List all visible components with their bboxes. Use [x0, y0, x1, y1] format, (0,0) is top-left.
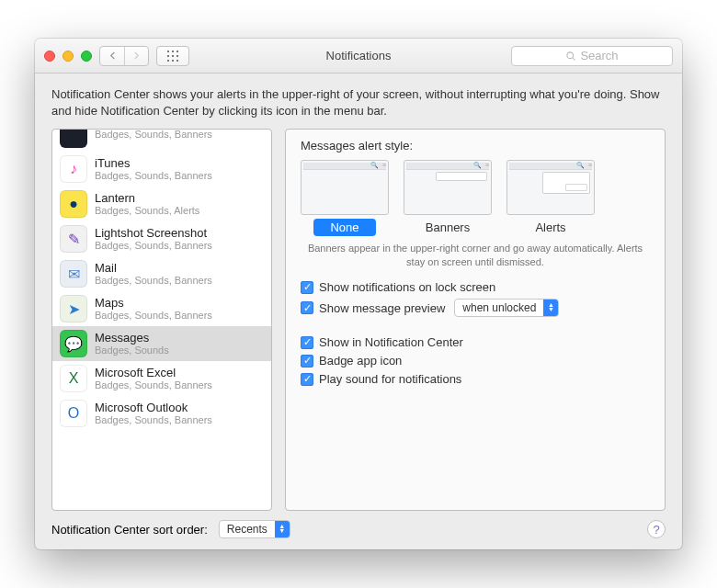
svg-rect-1	[172, 51, 174, 52]
svg-rect-8	[176, 60, 178, 62]
play-sound-label: Play sound for notifications	[319, 372, 461, 386]
app-item-name: Messages	[95, 332, 169, 345]
search-field[interactable]: Search	[511, 46, 673, 66]
app-item-messages[interactable]: 💬MessagesBadges, Sounds	[52, 326, 271, 361]
app-item-sub: Badges, Sounds, Banners	[95, 310, 212, 321]
lock-screen-label: Show notifications on lock screen	[319, 280, 495, 294]
app-item-sub: Badges, Sounds, Banners	[95, 130, 212, 140]
chevron-updown-icon: ▲▼	[543, 300, 558, 316]
app-item-sub: Badges, Sounds, Alerts	[95, 205, 199, 216]
message-preview-select[interactable]: when unlocked ▲▼	[454, 299, 559, 317]
alert-style-banners-thumb: 🔍≡	[404, 160, 492, 215]
app-item-name: Mail	[95, 262, 212, 275]
svg-point-9	[567, 51, 574, 58]
check-icon: ✓	[301, 373, 313, 386]
appstore-icon	[60, 130, 87, 148]
app-item-name: Maps	[95, 297, 212, 310]
footer: Notification Center sort order: Recents …	[51, 511, 666, 538]
itunes-icon: ♪	[60, 155, 87, 183]
alert-style-alerts[interactable]: 🔍≡ Alerts	[506, 160, 595, 236]
svg-rect-5	[176, 55, 178, 57]
svg-rect-0	[167, 51, 169, 52]
check-icon: ✓	[301, 301, 313, 314]
app-item-sub: Badges, Sounds, Banners	[95, 240, 212, 251]
panels: Badges, Sounds, Banners♪iTunesBadges, So…	[51, 129, 666, 511]
svg-line-10	[573, 57, 575, 60]
play-sound-checkbox[interactable]: ✓ Play sound for notifications	[301, 372, 650, 386]
app-list-container: Badges, Sounds, Banners♪iTunesBadges, So…	[51, 129, 272, 511]
app-item-name: Microsoft Excel	[95, 367, 212, 379]
app-item-mail[interactable]: ✉︎MailBadges, Sounds, Banners	[52, 256, 271, 291]
app-item-maps[interactable]: ➤MapsBadges, Sounds, Banners	[52, 291, 271, 326]
check-icon: ✓	[301, 355, 313, 368]
show-in-nc-checkbox[interactable]: ✓ Show in Notification Center	[301, 335, 650, 349]
content: Notification Center shows your alerts in…	[35, 74, 682, 549]
app-item-outlook[interactable]: OMicrosoft OutlookBadges, Sounds, Banner…	[52, 396, 271, 431]
alert-style-none-label: None	[313, 219, 375, 236]
alert-style-alerts-label: Alerts	[531, 219, 569, 236]
zoom-window-button[interactable]	[81, 51, 92, 62]
app-list[interactable]: Badges, Sounds, Banners♪iTunesBadges, So…	[52, 130, 271, 510]
svg-rect-2	[176, 51, 178, 52]
minimize-window-button[interactable]	[63, 51, 74, 62]
sort-order-label: Notification Center sort order:	[51, 523, 208, 537]
mail-icon: ✉︎	[60, 260, 87, 288]
app-item-appstore[interactable]: Badges, Sounds, Banners	[52, 130, 271, 152]
sort-order-select[interactable]: Recents ▲▼	[219, 520, 290, 538]
svg-rect-6	[167, 60, 169, 62]
show-in-nc-label: Show in Notification Center	[319, 335, 463, 349]
badge-app-icon-label: Badge app icon	[319, 354, 402, 368]
detail-panel: Messages alert style: 🔍≡ None 🔍≡ Banners…	[285, 129, 666, 511]
chevron-updown-icon: ▲▼	[275, 521, 290, 537]
app-item-name: Microsoft Outlook	[95, 401, 212, 414]
lock-screen-checkbox[interactable]: ✓ Show notifications on lock screen	[301, 280, 650, 294]
excel-icon: X	[60, 365, 87, 392]
app-item-lantern[interactable]: ●LanternBadges, Sounds, Alerts	[52, 187, 271, 221]
app-item-sub: Badges, Sounds, Banners	[95, 275, 212, 286]
preferences-window: Notifications Search Notification Center…	[35, 39, 682, 549]
close-window-button[interactable]	[44, 51, 55, 62]
search-icon	[565, 51, 576, 62]
back-button[interactable]	[100, 47, 124, 65]
description-text: Notification Center shows your alerts in…	[51, 86, 666, 119]
alert-style-subnote: Banners appear in the upper-right corner…	[301, 242, 650, 269]
app-item-name: Lantern	[95, 192, 199, 205]
app-item-sub: Badges, Sounds, Banners	[95, 170, 212, 181]
nav-back-forward	[99, 46, 149, 66]
alert-style-banners[interactable]: 🔍≡ Banners	[404, 160, 492, 236]
app-item-sub: Badges, Sounds, Banners	[95, 379, 212, 390]
messages-icon: 💬	[60, 330, 87, 357]
lantern-icon: ●	[60, 190, 87, 218]
sort-order-value: Recents	[220, 523, 275, 536]
alert-style-none[interactable]: 🔍≡ None	[301, 160, 389, 236]
app-item-itunes[interactable]: ♪iTunesBadges, Sounds, Banners	[52, 152, 271, 187]
show-all-button[interactable]	[156, 46, 189, 66]
search-placeholder: Search	[580, 49, 618, 62]
checkbox-group: ✓ Show notifications on lock screen ✓ Sh…	[301, 280, 650, 386]
check-icon: ✓	[301, 281, 313, 294]
alert-style-none-thumb: 🔍≡	[301, 160, 389, 215]
message-preview-value: when unlocked	[455, 301, 543, 314]
forward-button[interactable]	[124, 47, 148, 65]
app-item-excel[interactable]: XMicrosoft ExcelBadges, Sounds, Banners	[52, 361, 271, 396]
message-preview-checkbox[interactable]: ✓ Show message preview when unlocked ▲▼	[301, 299, 650, 317]
alert-style-heading: Messages alert style:	[301, 139, 650, 153]
app-item-sub: Badges, Sounds	[95, 345, 169, 356]
alert-style-banners-label: Banners	[422, 219, 473, 236]
check-icon: ✓	[301, 336, 313, 349]
badge-app-icon-checkbox[interactable]: ✓ Badge app icon	[301, 354, 650, 368]
window-controls	[44, 51, 92, 62]
app-item-sub: Badges, Sounds, Banners	[95, 414, 212, 425]
maps-icon: ➤	[60, 295, 87, 322]
message-preview-label: Show message preview	[319, 301, 445, 315]
svg-rect-7	[172, 60, 174, 62]
outlook-icon: O	[60, 400, 87, 427]
alert-style-alerts-thumb: 🔍≡	[506, 160, 595, 215]
app-item-lightshot[interactable]: ✎Lightshot ScreenshotBadges, Sounds, Ban…	[52, 221, 271, 256]
svg-rect-4	[172, 55, 174, 57]
help-button[interactable]: ?	[647, 520, 666, 538]
svg-rect-3	[167, 55, 169, 57]
lightshot-icon: ✎	[60, 225, 87, 253]
titlebar: Notifications Search	[35, 39, 682, 74]
app-item-name: iTunes	[95, 157, 212, 170]
